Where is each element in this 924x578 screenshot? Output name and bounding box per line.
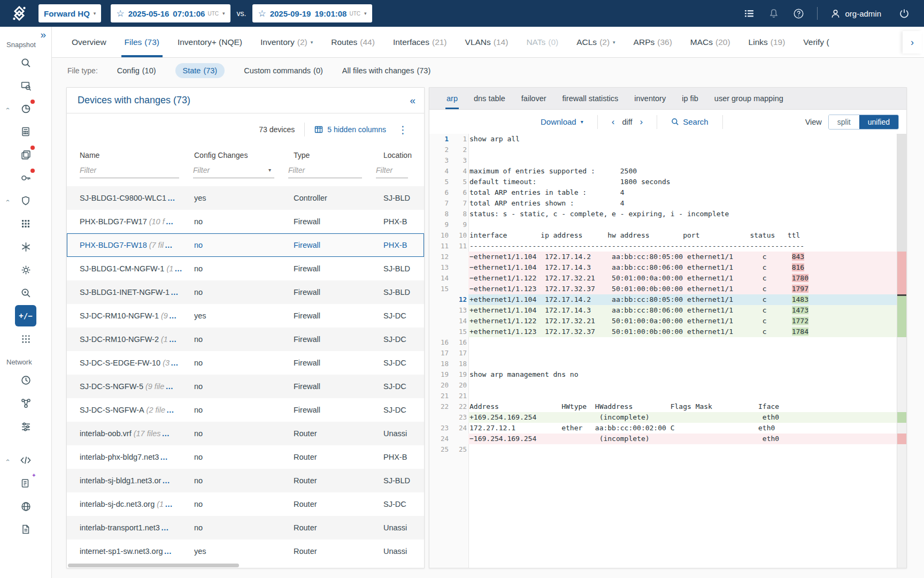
view-split-option[interactable]: split bbox=[829, 115, 859, 129]
sidebar-item-inspect[interactable] bbox=[15, 282, 36, 303]
power-icon[interactable] bbox=[898, 7, 910, 19]
sidebar-item-reports[interactable] bbox=[15, 519, 36, 540]
sidebar-item-internet[interactable] bbox=[15, 496, 36, 517]
more-indicator[interactable]: … bbox=[166, 217, 174, 226]
device-row[interactable]: SJ-DC-S-NGFW-A(2 file… no Firewall SJ-DC bbox=[67, 398, 424, 422]
collapse-chevron-icon[interactable]: › bbox=[4, 108, 11, 110]
sidebar-item-nqe[interactable]: › bbox=[15, 450, 36, 471]
sidebar-item-matrix[interactable] bbox=[15, 213, 36, 234]
sidebar-item-security[interactable]: › bbox=[15, 190, 36, 211]
collapse-chevron-icon[interactable]: › bbox=[4, 200, 11, 202]
more-indicator[interactable]: … bbox=[165, 500, 173, 508]
scroll-position-indicator[interactable] bbox=[897, 294, 906, 296]
device-row[interactable]: interlab-transport1.net3… no Router Unas… bbox=[67, 516, 424, 539]
file-type-option[interactable]: Custom commands (0) bbox=[244, 66, 323, 75]
device-row[interactable]: SJ-DC-S-NGFW-5(9 file… no Firewall SJ-DC bbox=[67, 375, 424, 398]
star-icon[interactable]: ☆ bbox=[116, 8, 124, 19]
more-indicator[interactable]: … bbox=[169, 335, 178, 344]
device-row[interactable]: PHX-BLDG7-FW18(7 fil… no Firewall PHX-B bbox=[67, 233, 424, 257]
device-row[interactable]: SJ-BLDG1-INET-NGFW-1… no Firewall SJ-BLD bbox=[67, 280, 424, 304]
added-lines-mark[interactable] bbox=[897, 294, 906, 337]
config-changes-filter-input[interactable] bbox=[193, 165, 274, 178]
location-filter-input[interactable] bbox=[376, 165, 408, 178]
snapshot-after-selector[interactable]: ☆ 2025-09-19 19:01:08 UTC ▾ bbox=[252, 4, 372, 22]
sidebar-item-ai-assist[interactable]: ✦ bbox=[15, 473, 36, 494]
snapshot-before-selector[interactable]: ☆ 2025-05-16 07:01:06 UTC ▾ bbox=[111, 4, 230, 22]
sidebar-item-filters[interactable] bbox=[15, 415, 36, 437]
main-tab[interactable]: ARPs (36) bbox=[634, 27, 672, 57]
sidebar-item-credentials[interactable] bbox=[15, 167, 36, 188]
previous-diff-icon[interactable]: ‹ bbox=[612, 117, 615, 127]
tabs-overflow-button[interactable]: › bbox=[903, 31, 922, 54]
name-filter-input[interactable] bbox=[80, 165, 179, 178]
horizontal-scrollbar[interactable] bbox=[68, 564, 423, 567]
sidebar-item-settings[interactable] bbox=[15, 259, 36, 280]
star-icon[interactable]: ☆ bbox=[258, 8, 266, 19]
column-header-type[interactable]: Type bbox=[294, 151, 383, 159]
notifications-bell-icon[interactable] bbox=[768, 7, 780, 19]
device-row[interactable]: SJ-BLDG1-CM-NGFW-1(1… no Firewall SJ-BLD bbox=[67, 257, 424, 280]
device-row[interactable]: interlab-sj-dc.net3.org(1… no Router SJ-… bbox=[67, 492, 424, 516]
file-tab[interactable]: firewall statistics bbox=[563, 88, 619, 109]
file-tab[interactable]: failover bbox=[521, 88, 546, 109]
sidebar-item-device-search[interactable] bbox=[15, 75, 36, 96]
main-tab[interactable]: VLANs (14) bbox=[465, 27, 509, 57]
added-lines-mark[interactable] bbox=[897, 412, 906, 423]
file-tab[interactable]: arp bbox=[446, 88, 458, 109]
main-tab[interactable]: Routes (44) bbox=[331, 27, 375, 57]
more-indicator[interactable]: … bbox=[169, 311, 178, 320]
sidebar-item-topology[interactable] bbox=[15, 392, 36, 414]
removed-lines-mark[interactable] bbox=[897, 434, 906, 444]
next-diff-icon[interactable]: › bbox=[640, 117, 643, 127]
device-row[interactable]: SJ-DC-RM10-NGFW-1(9… yes Firewall SJ-DC bbox=[67, 304, 424, 328]
network-selector[interactable]: Forward HQ ▾ bbox=[38, 4, 101, 22]
sidebar-item-calculator[interactable] bbox=[15, 121, 36, 142]
collapse-chevron-icon[interactable]: › bbox=[4, 459, 11, 461]
table-menu-icon[interactable]: ⋮ bbox=[396, 124, 410, 136]
main-tab[interactable]: Interfaces (21) bbox=[393, 27, 447, 57]
download-button[interactable]: Download ▾ bbox=[541, 117, 583, 126]
sidebar-item-diff-files[interactable]: +/− bbox=[15, 305, 36, 326]
view-unified-option[interactable]: unified bbox=[859, 115, 898, 129]
column-header-config-changes[interactable]: Config Changes bbox=[194, 151, 294, 159]
device-row[interactable]: SJ-DC-S-EDGE-FW-10(3… no Firewall SJ-DC bbox=[67, 351, 424, 375]
more-indicator[interactable]: … bbox=[171, 288, 179, 296]
sidebar-item-history[interactable] bbox=[15, 369, 36, 391]
sidebar-expand-icon[interactable]: » bbox=[40, 29, 46, 41]
collapse-panel-icon[interactable]: « bbox=[410, 95, 415, 107]
forward-networks-logo[interactable] bbox=[0, 4, 38, 22]
more-indicator[interactable]: … bbox=[165, 382, 174, 391]
device-row[interactable]: PHX-BLDG7-FW17(10 f… no Firewall PHX-B bbox=[67, 210, 424, 233]
sidebar-item-blast-radius[interactable] bbox=[15, 236, 36, 257]
device-row[interactable]: interlab-sj-bldg1.net3.or… no Router SJ-… bbox=[67, 469, 424, 492]
type-filter-input[interactable] bbox=[288, 165, 362, 178]
hidden-columns-button[interactable]: 5 hidden columns bbox=[314, 125, 386, 134]
sidebar-item-apps-grid[interactable] bbox=[15, 328, 36, 349]
more-indicator[interactable]: … bbox=[174, 264, 183, 273]
search-button[interactable]: Search bbox=[671, 117, 709, 126]
help-icon[interactable] bbox=[792, 7, 804, 19]
column-header-name[interactable]: Name bbox=[80, 151, 194, 159]
more-indicator[interactable]: … bbox=[161, 523, 170, 532]
main-tab[interactable]: MACs (20) bbox=[690, 27, 730, 57]
list-icon[interactable] bbox=[743, 7, 755, 19]
file-tab[interactable]: ip fib bbox=[682, 88, 698, 109]
device-row[interactable]: SJ-DC-RM10-NGFW-2(1… no Firewall SJ-DC bbox=[67, 328, 424, 351]
more-indicator[interactable]: … bbox=[167, 194, 176, 202]
main-tab[interactable]: Verify ( bbox=[803, 27, 829, 57]
vertical-scrollbar[interactable] bbox=[897, 134, 906, 568]
main-tab[interactable]: Files (73) bbox=[125, 27, 159, 57]
column-header-location[interactable]: Location bbox=[383, 151, 424, 159]
more-indicator[interactable]: … bbox=[164, 547, 173, 556]
device-row[interactable]: SJ-BLDG1-C9800-WLC1… yes Controller SJ-B… bbox=[67, 186, 424, 210]
more-indicator[interactable]: … bbox=[162, 476, 171, 485]
file-type-option[interactable]: State (73) bbox=[175, 63, 225, 78]
removed-lines-mark[interactable] bbox=[897, 252, 906, 294]
more-indicator[interactable]: … bbox=[160, 453, 168, 461]
more-indicator[interactable]: … bbox=[162, 429, 171, 438]
device-row[interactable]: interlab-phx-bldg7.net3… no Router PHX-B bbox=[67, 445, 424, 469]
file-tab[interactable]: inventory bbox=[634, 88, 666, 109]
main-tab[interactable]: Overview bbox=[72, 27, 106, 57]
main-tab[interactable]: NATs (0) bbox=[526, 27, 558, 57]
file-tab[interactable]: dns table bbox=[474, 88, 505, 109]
